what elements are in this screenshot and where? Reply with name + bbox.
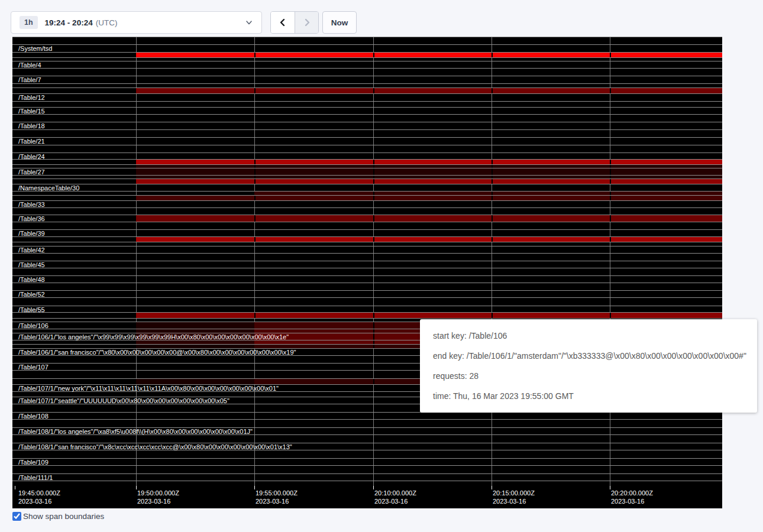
heatmap-row[interactable]: /Table/55 (12, 306, 722, 312)
gridline-break (254, 237, 256, 242)
heatmap-row[interactable] (12, 114, 722, 122)
chevron-right-icon (303, 18, 311, 27)
heatmap-row[interactable] (12, 145, 722, 153)
tooltip-start-key: start key: /Table/106 (433, 330, 744, 342)
heatmap-row[interactable] (12, 481, 722, 486)
span-label: /Table/108/1/"san francisco"/"\x8c\xcc\x… (18, 443, 292, 451)
heatmap-row[interactable] (12, 283, 722, 290)
span-label: /Table/107/1/"new york"/"\x11\x11\x11\x1… (18, 385, 279, 392)
heatmap-row[interactable] (12, 222, 722, 229)
heatmap-row[interactable] (12, 268, 722, 275)
heatmap-row[interactable]: /Table/108/1/"los angeles"/"\xa8\xf5\u00… (12, 427, 722, 434)
span-label: /Table/36 (18, 215, 45, 223)
span-label: /Table/42 (18, 246, 45, 254)
heatmap-row[interactable] (12, 465, 722, 473)
gridline-break (373, 196, 374, 200)
heatmap-row[interactable] (12, 419, 722, 427)
heatmap-row[interactable] (12, 297, 722, 306)
heatmap-row[interactable]: /Table/45 (12, 261, 722, 268)
time-range-selector[interactable]: 1h 19:24 - 20:24 (UTC) (11, 11, 262, 34)
heatmap-row[interactable]: /Table/12 (12, 93, 722, 101)
gridline-break (492, 179, 493, 184)
span-label: /Table/108 (18, 413, 49, 420)
span-label: /Table/106/1/"los angeles"/"\x99\x99\x99… (18, 333, 289, 341)
heatmap-row[interactable] (12, 450, 722, 458)
toolbar: 1h 19:24 - 20:24 (UTC) Now (0, 0, 763, 37)
span-boundaries-label: Show span boundaries (23, 512, 104, 521)
heatmap-row[interactable]: /Table/4 (12, 61, 722, 68)
gridline-break (373, 215, 374, 222)
heatmap-row[interactable] (12, 242, 722, 246)
key-visualizer-canvas[interactable]: /System/tsd/Table/4/Table/7/Table/12/Tab… (12, 37, 722, 508)
gridline-break (492, 88, 493, 93)
chevron-down-icon (245, 18, 253, 27)
gridline-break (610, 168, 611, 175)
time-axis: 19:45:00.000Z2023-03-1619:50:00.000Z2023… (12, 486, 722, 508)
gridline-break (254, 313, 256, 318)
heatmap-row[interactable]: /Table/42 (12, 246, 722, 253)
range-tooltip: start key: /Table/106 end key: /Table/10… (420, 319, 757, 413)
axis-time-label: 20:15:00.000Z2023-03-16 (493, 489, 535, 505)
heatmap-row[interactable]: /Table/7 (12, 76, 722, 83)
heatmap-row[interactable] (12, 83, 722, 87)
heatmap-row[interactable]: /Table/18 (12, 122, 722, 129)
span-boundaries-checkbox[interactable] (12, 512, 21, 521)
span-label: /Table/33 (18, 201, 45, 209)
gridline-break (373, 88, 374, 93)
heatmap-row[interactable] (12, 101, 722, 107)
prev-time-button[interactable] (271, 12, 295, 33)
span-label: /Table/39 (18, 230, 45, 238)
gridline-break (610, 237, 611, 242)
heatmap-row[interactable] (12, 68, 722, 76)
axis-time-label: 19:45:00.000Z2023-03-16 (18, 489, 60, 505)
span-label: /Table/18 (18, 122, 45, 130)
heatmap-row[interactable]: /Table/109 (12, 458, 722, 465)
gridline-break (373, 379, 374, 384)
heatmap-row[interactable] (12, 37, 722, 44)
heatmap-row[interactable] (12, 253, 722, 261)
now-button[interactable]: Now (322, 11, 357, 34)
axis-time-label: 20:20:00.000Z2023-03-16 (611, 489, 653, 505)
heat-band (136, 160, 722, 164)
gridline-break (254, 168, 256, 175)
span-label: /Table/108/1/"los angeles"/"\xa8\xf5\u00… (18, 428, 253, 436)
heatmap-row[interactable]: /Table/111/1 (12, 473, 722, 481)
heatmap-row[interactable]: /NamespaceTable/30 (12, 184, 722, 191)
heatmap-row[interactable] (12, 191, 722, 195)
gridline-break (610, 160, 611, 164)
heatmap-row[interactable]: /Table/15 (12, 107, 722, 114)
heatmap-row[interactable] (12, 207, 722, 215)
heatmap-row[interactable]: /Table/27 (12, 168, 722, 175)
heatmap-row[interactable] (12, 312, 722, 318)
heatmap-row[interactable]: /Table/36 (12, 215, 722, 222)
gridline-break (610, 313, 611, 318)
span-label: /Table/107 (18, 364, 49, 371)
heatmap-row[interactable]: /Table/52 (12, 290, 722, 297)
heatmap-row[interactable] (12, 179, 722, 184)
span-label: /Table/15 (18, 108, 45, 115)
time-preset-badge: 1h (20, 16, 38, 29)
heatmap-row[interactable]: /Table/39 (12, 229, 722, 236)
heatmap-row[interactable]: /Table/33 (12, 200, 722, 207)
heatmap-row[interactable]: /System/tsd (12, 44, 722, 52)
heatmap-row[interactable] (12, 159, 722, 164)
heatmap-row[interactable]: /Table/108 (12, 412, 722, 419)
time-range-label: 19:24 - 20:24 (45, 18, 93, 27)
heatmap-row[interactable] (12, 195, 722, 200)
heatmap-row[interactable] (12, 434, 722, 443)
heatmap-row[interactable] (12, 236, 722, 242)
gridline-break (373, 237, 374, 242)
span-label: /Table/107/1/"seattle"/"UUUUUUD\x00\x80\… (18, 397, 229, 405)
heatmap-row[interactable]: /Table/108/1/"san francisco"/"\x8c\xcc\x… (12, 443, 722, 450)
heatmap-row[interactable] (12, 52, 722, 57)
gridline-break (610, 53, 611, 57)
heatmap-row[interactable]: /Table/24 (12, 153, 722, 159)
heatmap-row[interactable]: /Table/48 (12, 275, 722, 283)
heatmap-row[interactable] (12, 129, 722, 137)
gridline-break (492, 313, 493, 318)
heatmap-row[interactable] (12, 87, 722, 93)
heatmap-row[interactable]: /Table/21 (12, 137, 722, 145)
heat-band (136, 196, 722, 200)
next-time-button[interactable] (295, 12, 318, 33)
span-label: /Table/24 (18, 153, 45, 161)
